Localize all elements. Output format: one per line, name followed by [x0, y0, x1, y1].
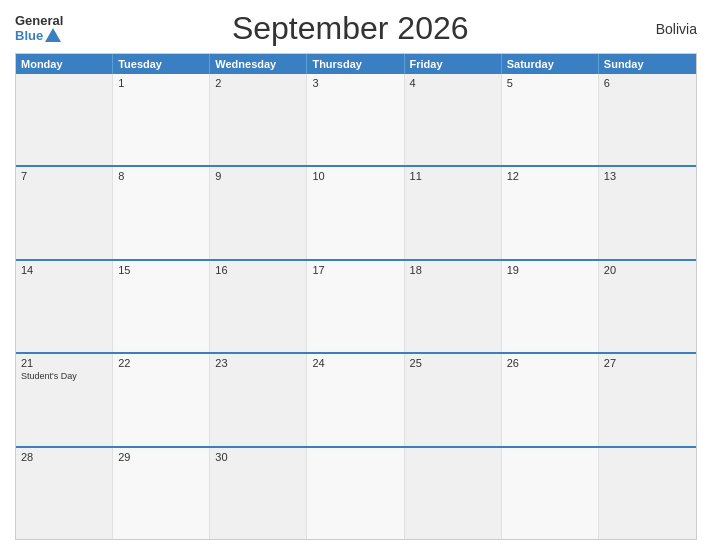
calendar-cell[interactable]: 23 — [210, 354, 307, 445]
day-number: 6 — [604, 77, 691, 89]
calendar-cell[interactable]: 24 — [307, 354, 404, 445]
day-number: 11 — [410, 170, 496, 182]
header: General Blue September 2026 Bolivia — [15, 10, 697, 47]
calendar-cell[interactable]: 10 — [307, 167, 404, 258]
day-number: 2 — [215, 77, 301, 89]
day-number: 25 — [410, 357, 496, 369]
day-number: 17 — [312, 264, 398, 276]
calendar-cell[interactable]: 5 — [502, 74, 599, 165]
calendar-cell[interactable]: 25 — [405, 354, 502, 445]
calendar-cell[interactable] — [307, 448, 404, 539]
calendar-cell[interactable]: 3 — [307, 74, 404, 165]
calendar-cell[interactable]: 18 — [405, 261, 502, 352]
day-number: 14 — [21, 264, 107, 276]
calendar-cell[interactable]: 20 — [599, 261, 696, 352]
header-tuesday: Tuesday — [113, 54, 210, 74]
day-number: 29 — [118, 451, 204, 463]
calendar-cell[interactable]: 4 — [405, 74, 502, 165]
day-number: 20 — [604, 264, 691, 276]
event-label: Student's Day — [21, 371, 107, 381]
calendar-cell[interactable]: 7 — [16, 167, 113, 258]
calendar-cell[interactable]: 16 — [210, 261, 307, 352]
calendar-cell[interactable]: 9 — [210, 167, 307, 258]
calendar-cell[interactable]: 22 — [113, 354, 210, 445]
calendar-cell[interactable]: 30 — [210, 448, 307, 539]
day-number: 12 — [507, 170, 593, 182]
header-saturday: Saturday — [502, 54, 599, 74]
day-number: 30 — [215, 451, 301, 463]
calendar-cell[interactable]: 27 — [599, 354, 696, 445]
calendar-cell[interactable]: 1 — [113, 74, 210, 165]
calendar-title: September 2026 — [232, 10, 469, 47]
calendar-header: Monday Tuesday Wednesday Thursday Friday… — [16, 54, 696, 74]
day-number: 7 — [21, 170, 107, 182]
calendar-cell[interactable]: 14 — [16, 261, 113, 352]
calendar-cell[interactable]: 21Student's Day — [16, 354, 113, 445]
calendar-cell[interactable]: 15 — [113, 261, 210, 352]
day-number: 15 — [118, 264, 204, 276]
calendar-cell[interactable]: 12 — [502, 167, 599, 258]
day-number: 22 — [118, 357, 204, 369]
calendar-cell[interactable]: 6 — [599, 74, 696, 165]
calendar-cell[interactable]: 19 — [502, 261, 599, 352]
calendar-cell[interactable]: 11 — [405, 167, 502, 258]
week-2: 78910111213 — [16, 165, 696, 258]
day-number: 10 — [312, 170, 398, 182]
calendar-cell[interactable] — [405, 448, 502, 539]
calendar-cell[interactable]: 8 — [113, 167, 210, 258]
day-number: 19 — [507, 264, 593, 276]
day-number: 13 — [604, 170, 691, 182]
day-number: 18 — [410, 264, 496, 276]
calendar-cell[interactable]: 29 — [113, 448, 210, 539]
calendar-cell[interactable]: 26 — [502, 354, 599, 445]
day-number: 9 — [215, 170, 301, 182]
day-number: 1 — [118, 77, 204, 89]
header-friday: Friday — [405, 54, 502, 74]
calendar-cell[interactable]: 13 — [599, 167, 696, 258]
day-number: 4 — [410, 77, 496, 89]
calendar-cell[interactable] — [599, 448, 696, 539]
day-number: 8 — [118, 170, 204, 182]
header-sunday: Sunday — [599, 54, 696, 74]
calendar-page: General Blue September 2026 Bolivia Mond… — [0, 0, 712, 550]
week-5: 282930 — [16, 446, 696, 539]
day-number: 5 — [507, 77, 593, 89]
header-monday: Monday — [16, 54, 113, 74]
logo: General Blue — [15, 14, 63, 43]
day-number: 16 — [215, 264, 301, 276]
day-number: 3 — [312, 77, 398, 89]
day-number: 28 — [21, 451, 107, 463]
day-number: 27 — [604, 357, 691, 369]
header-thursday: Thursday — [307, 54, 404, 74]
calendar-cell[interactable]: 28 — [16, 448, 113, 539]
calendar-cell[interactable]: 2 — [210, 74, 307, 165]
logo-general-text: General — [15, 14, 63, 28]
week-1: 123456 — [16, 74, 696, 165]
week-3: 14151617181920 — [16, 259, 696, 352]
calendar-body: 123456789101112131415161718192021Student… — [16, 74, 696, 539]
day-number: 21 — [21, 357, 107, 369]
day-number: 23 — [215, 357, 301, 369]
calendar-cell[interactable] — [16, 74, 113, 165]
day-number: 24 — [312, 357, 398, 369]
logo-triangle-icon — [45, 28, 61, 42]
calendar-cell[interactable]: 17 — [307, 261, 404, 352]
day-number: 26 — [507, 357, 593, 369]
calendar-cell[interactable] — [502, 448, 599, 539]
logo-blue-text: Blue — [15, 28, 61, 43]
header-wednesday: Wednesday — [210, 54, 307, 74]
calendar-grid: Monday Tuesday Wednesday Thursday Friday… — [15, 53, 697, 540]
week-4: 21Student's Day222324252627 — [16, 352, 696, 445]
country-label: Bolivia — [637, 21, 697, 37]
